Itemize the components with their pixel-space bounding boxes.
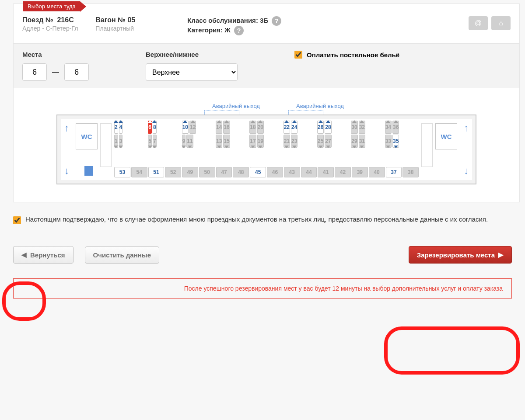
seat-4[interactable]: 4 [119, 121, 123, 134]
seat-46: 46 [267, 167, 283, 177]
filter-row: Места — Верхнее/нижнее Верхнее Оплатить … [14, 43, 519, 88]
seat-50: 50 [199, 167, 215, 177]
seat-25: 25 [317, 135, 324, 148]
side-seats-row: 535451524950474845464344414239403738 [114, 167, 419, 177]
consent-text: Настоящим подтверждаю, что в случае офор… [25, 215, 488, 223]
seat-26[interactable]: 26 [317, 121, 324, 134]
seat-14: 14 [216, 121, 222, 134]
seat-10[interactable]: 10 [182, 121, 189, 134]
seat-39: 39 [352, 167, 368, 177]
seat-2[interactable]: 2 [114, 121, 118, 134]
wc-box: WC [76, 123, 98, 149]
clear-button[interactable]: Очистить данные [85, 246, 159, 264]
train-block: Поезд № 216С Адлер - С-Петер-Гл [22, 16, 78, 32]
seat-51[interactable]: 51 [148, 167, 164, 177]
seat-8[interactable]: 8 [153, 121, 157, 134]
seat-1: 1 [114, 135, 118, 148]
wc-box: WC [435, 123, 457, 149]
arrow-down-icon: ↓ [464, 165, 469, 177]
header-icons: @ ⌂ [469, 16, 511, 30]
seat-30: 30 [351, 121, 357, 134]
seat-20: 20 [257, 121, 264, 134]
seat-54: 54 [131, 167, 147, 177]
info-bar: После успешного резервирования мест у ва… [13, 278, 512, 299]
seat-35[interactable]: 35 [392, 135, 399, 148]
seat-23: 23 [291, 135, 298, 148]
seat-53[interactable]: 53 [114, 167, 130, 177]
annotation-circle [384, 326, 520, 375]
compartments-row: 2413685710129111416131518201719222421232… [114, 121, 419, 148]
level-select[interactable]: Верхнее [146, 63, 238, 81]
back-button[interactable]: ◀Вернуться [13, 246, 74, 264]
seat-9: 9 [182, 135, 186, 148]
seat-5: 5 [148, 135, 152, 148]
seat-36: 36 [392, 121, 399, 134]
seat-21: 21 [284, 135, 290, 148]
seat-19: 19 [257, 135, 264, 148]
seat-29: 29 [351, 135, 357, 148]
seat-31: 31 [359, 135, 365, 148]
seat-49: 49 [182, 167, 198, 177]
ribbon-title: Выбор места туда [23, 1, 80, 11]
chevron-right-icon: ▶ [498, 251, 504, 259]
seat-selection-panel: Выбор места туда Поезд № 216С Адлер - С-… [13, 3, 520, 202]
help-icon[interactable]: ? [272, 16, 281, 26]
arrow-down-icon: ↓ [64, 165, 69, 177]
seat-52: 52 [165, 167, 181, 177]
seat-15: 15 [223, 135, 230, 148]
seat-13: 13 [216, 135, 222, 148]
seat-27: 27 [325, 135, 331, 148]
coach-scheme: Аварийный выход Аварийный выход ↑ ↓ ↑ ↓ … [14, 88, 519, 202]
seat-7: 7 [153, 135, 157, 148]
seat-6[interactable]: 6 [148, 121, 152, 134]
coach-body: ↑ ↓ ↑ ↓ WC WC 24136857101291114161315182… [56, 115, 476, 184]
seat-24[interactable]: 24 [291, 121, 298, 134]
coach-end [421, 123, 433, 167]
reserve-button[interactable]: Зарезервировать места▶ [409, 246, 512, 264]
seat-45[interactable]: 45 [250, 167, 266, 177]
header-row: Поезд № 216С Адлер - С-Петер-Гл Вагон № … [14, 4, 519, 43]
seat-38: 38 [402, 167, 419, 177]
emergency-exit-label: Аварийный выход [212, 103, 260, 109]
seat-33: 33 [385, 135, 392, 148]
seats-range-block: Места — [22, 51, 89, 81]
consent-row: Настоящим подтверждаю, что в случае офор… [0, 202, 525, 229]
seat-to-input[interactable] [64, 63, 89, 81]
arrow-up-icon: ↑ [464, 122, 469, 134]
seat-3: 3 [119, 135, 123, 148]
seat-41: 41 [318, 167, 334, 177]
service-block: Класс обслуживания: 3Б ? Категория: Ж ? [187, 16, 281, 35]
seat-47: 47 [216, 167, 232, 177]
seat-32: 32 [359, 121, 365, 134]
seat-48: 48 [233, 167, 249, 177]
seat-from-input[interactable] [22, 63, 47, 81]
level-block: Верхнее/нижнее Верхнее [146, 51, 238, 81]
emergency-exit-label: Аварийный выход [296, 103, 344, 109]
chevron-left-icon: ◀ [21, 251, 27, 259]
seat-43: 43 [284, 167, 300, 177]
seat-17: 17 [249, 135, 256, 148]
consent-checkbox[interactable] [13, 216, 21, 224]
button-row: ◀Вернуться Очистить данные Зарезервирова… [0, 229, 525, 272]
seat-40: 40 [369, 167, 385, 177]
luggage-icon[interactable]: ⌂ [491, 16, 511, 30]
seat-28[interactable]: 28 [325, 121, 331, 134]
trash-icon [84, 166, 93, 176]
eticket-icon[interactable]: @ [469, 16, 488, 30]
wagon-block: Вагон № 05 Плацкартный [95, 16, 170, 32]
arrow-up-icon: ↑ [64, 122, 69, 134]
seat-11: 11 [186, 135, 193, 148]
linen-checkbox[interactable] [294, 51, 302, 59]
seat-37[interactable]: 37 [386, 167, 402, 177]
seat-42: 42 [335, 167, 351, 177]
seat-44: 44 [301, 167, 317, 177]
seat-22[interactable]: 22 [284, 121, 290, 134]
seat-16: 16 [223, 121, 230, 134]
seat-34: 34 [385, 121, 392, 134]
seat-18: 18 [249, 121, 256, 134]
linen-block: Оплатить постельное бельё [294, 51, 399, 59]
coach-end [100, 123, 112, 167]
seat-12: 12 [189, 121, 196, 134]
help-icon[interactable]: ? [234, 26, 244, 35]
